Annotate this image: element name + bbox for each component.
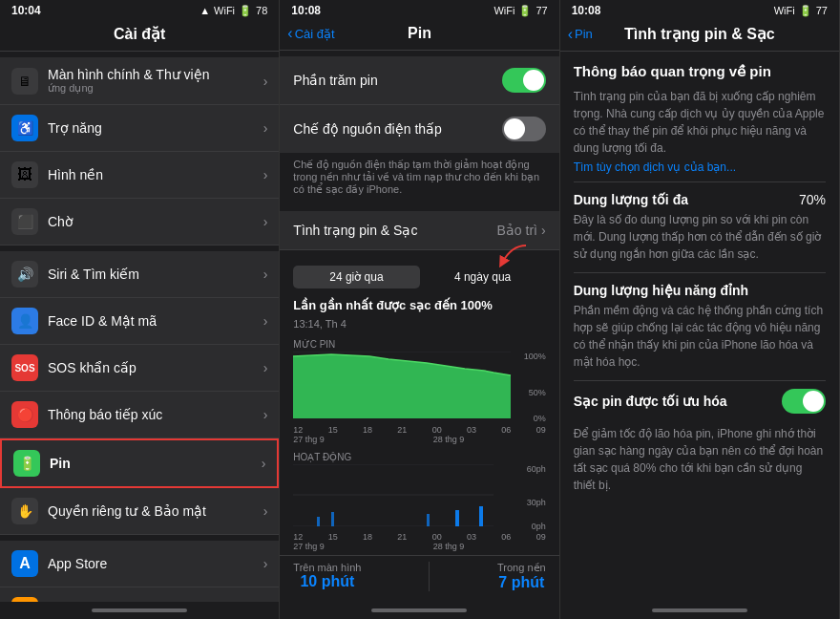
sos-icon: SOS xyxy=(11,354,38,381)
bottom-time-row: Trên màn hình 10 phút Trong nền 7 phút xyxy=(280,555,558,597)
home-bar-3 xyxy=(652,608,747,612)
battery-pct-3: 77 xyxy=(816,5,828,16)
toggle-chedonguon[interactable] xyxy=(502,117,546,141)
settings-item-pin[interactable]: 🔋 Pin › xyxy=(0,438,279,488)
time-tab-24h[interactable]: 24 giờ qua xyxy=(293,266,419,288)
activity-chart-container: 60ph 30ph 0ph xyxy=(293,464,545,531)
optimized-desc: Để giảm tốc độ lão hóa pin, iPhone ghi n… xyxy=(574,425,826,494)
last-charge-time: 13:14, Th 4 xyxy=(280,316,558,335)
settings-item-hinnen[interactable]: 🖼 Hình nền › xyxy=(0,152,279,199)
toggle-phantrampin[interactable] xyxy=(502,68,546,93)
status-time-1: 10:04 xyxy=(11,4,41,17)
optimized-row: Sạc pin được tối ưu hóa xyxy=(574,380,826,421)
important-link[interactable]: Tìm tùy chọn dịch vụ của bạn... xyxy=(574,160,826,174)
metric-section-2: Dung lượng hiệu năng đỉnh Phần mềm động … xyxy=(574,272,826,380)
status-bar-3: 10:08 WiFi 🔋 77 xyxy=(560,0,839,21)
metric-value-1: 70% xyxy=(799,192,826,207)
settings-list: 🖥 Màn hình chính & Thư viện ứng dụng › ♿… xyxy=(0,52,279,602)
chevron-icon: › xyxy=(263,267,268,282)
cho-icon: ⬛ xyxy=(11,208,38,235)
last-charge-text: Lần gần nhất được sạc đến 100% xyxy=(280,294,558,316)
nav-bar-2: ‹ Cài đặt Pin xyxy=(280,21,558,51)
x-axis-labels: 1215182100030609 xyxy=(293,425,545,435)
activity-label: HOẠT ĐỘNG xyxy=(293,444,545,464)
important-text: Tình trạng pin của bạn đã bị xuống cấp n… xyxy=(574,88,826,157)
settings-item-vi[interactable]: 💳 Ví & Apple Pay › xyxy=(0,587,279,602)
nav-title-2: Pin xyxy=(408,25,431,42)
screen-time-item: Trên màn hình 10 phút xyxy=(293,562,361,591)
back-arrow-icon-2: ‹ xyxy=(287,25,292,42)
signal-icon: ▲ xyxy=(200,5,210,16)
wifi-icon: WiFi xyxy=(214,5,235,16)
toggle-label-chedonguon: Chế độ nguồn điện thấp xyxy=(293,121,442,137)
faceid-icon: 👤 xyxy=(11,308,38,334)
activity-svg-chart xyxy=(293,464,503,526)
toggle-row-phantrampin: Phần trăm pin xyxy=(280,56,558,105)
home-indicator-2 xyxy=(280,602,558,619)
toggle-label-phantrampin: Phần trăm pin xyxy=(293,73,377,88)
nav-back-3[interactable]: ‹ Pin xyxy=(568,26,593,43)
home-indicator-3 xyxy=(560,602,839,619)
toggle-row-chedonguon: Chế độ nguồn điện thấp xyxy=(280,105,558,153)
important-section: Thông báo quan trọng về pin Tình trạng p… xyxy=(574,52,826,181)
tronang-icon: ♿ xyxy=(11,115,38,141)
status-bar-1: 10:04 ▲ WiFi 🔋 78 xyxy=(0,0,279,21)
hinnen-icon: 🖼 xyxy=(11,161,38,188)
metric-text-1: Đây là số đo dung lượng pin so với khi p… xyxy=(574,211,826,263)
status-time-3: 10:08 xyxy=(572,4,601,17)
quyen-icon: ✋ xyxy=(11,498,38,524)
metric-section-1: Dung lượng tối đa 70% Đây là số đo dung … xyxy=(574,181,826,272)
chevron-icon: › xyxy=(263,407,268,422)
chevron-icon: › xyxy=(263,120,268,136)
settings-item-cho[interactable]: ⬛ Chờ › xyxy=(0,199,279,245)
svg-rect-9 xyxy=(427,514,430,526)
battery-status-right: Bảo trì › xyxy=(497,223,546,238)
battery-chart-container: 100% 50% 0% xyxy=(293,352,545,423)
important-title: Thông báo quan trọng về pin xyxy=(574,63,826,80)
nav-title-3: Tình trạng pin & Sạc xyxy=(624,25,775,43)
battery-status-row[interactable]: Tình trạng pin & Sạc Bảo trì › xyxy=(280,211,558,250)
settings-item-manhinh[interactable]: 🖥 Màn hình chính & Thư viện ứng dụng › xyxy=(0,57,279,105)
battery-chart-area: MỨC PIN 100% 50% 0% 12151821000306 xyxy=(280,335,558,444)
thongbao-icon: 🔴 xyxy=(11,401,38,428)
x-axis-dates: 27 thg 928 thg 9 xyxy=(293,435,545,444)
optimized-label: Sạc pin được tối ưu hóa xyxy=(574,394,727,409)
panel3-content: Thông báo quan trọng về pin Tình trạng p… xyxy=(560,52,839,602)
settings-item-thongbao[interactable]: 🔴 Thông báo tiếp xúc › xyxy=(0,392,279,438)
screen-time-label: Trên màn hình xyxy=(293,562,361,573)
pin-icon: 🔋 xyxy=(13,450,40,477)
chevron-icon: › xyxy=(263,360,268,375)
status-bar-2: 10:08 WiFi 🔋 77 xyxy=(280,0,558,21)
bg-time-value: 7 phút xyxy=(497,574,546,591)
settings-item-quyen[interactable]: ✋ Quyền riêng tư & Bảo mật › xyxy=(0,488,279,535)
nav-bar-1: Cài đặt xyxy=(0,21,279,52)
settings-item-appstore[interactable]: A App Store › xyxy=(0,541,279,587)
settings-item-tronang[interactable]: ♿ Trợ năng › xyxy=(0,105,279,152)
settings-item-sos[interactable]: SOS SOS khẩn cấp › xyxy=(0,345,279,392)
nav-back-label-2: Cài đặt xyxy=(295,27,335,41)
bg-time-item: Trong nền 7 phút xyxy=(497,562,546,591)
x-axis-activity-dates: 27 thg 928 thg 9 xyxy=(293,542,545,551)
metric-title-1: Dung lượng tối đa xyxy=(574,192,688,207)
chevron-icon: › xyxy=(262,456,266,471)
svg-rect-11 xyxy=(479,506,483,526)
wifi-icon-3: WiFi xyxy=(774,5,795,16)
red-arrow xyxy=(483,244,531,270)
metric-text-2: Phần mềm động và các hệ thống phần cứng … xyxy=(574,302,826,371)
status-icons-1: ▲ WiFi 🔋 78 xyxy=(200,5,267,17)
battery-status-value: Bảo trì xyxy=(497,223,537,238)
home-indicator-1 xyxy=(0,602,279,619)
settings-item-faceid[interactable]: 👤 Face ID & Mật mã › xyxy=(0,298,279,345)
battery-status-label: Tình trạng pin & Sạc xyxy=(293,223,417,238)
status-icons-3: WiFi 🔋 77 xyxy=(774,5,828,17)
svg-rect-10 xyxy=(455,510,459,526)
chevron-icon: › xyxy=(263,167,268,182)
battery-icon: 🔋 xyxy=(239,5,252,17)
metric-title-2: Dung lượng hiệu năng đỉnh xyxy=(574,283,826,298)
toggle-optimized[interactable] xyxy=(782,389,826,414)
nav-back-2[interactable]: ‹ Cài đặt xyxy=(287,25,334,42)
chevron-icon: › xyxy=(263,214,268,229)
battery-content: Phần trăm pin Chế độ nguồn điện thấp Chế… xyxy=(280,51,558,602)
screen-time-value: 10 phút xyxy=(293,573,361,590)
settings-item-siri[interactable]: 🔊 Siri & Tìm kiếm › xyxy=(0,251,279,298)
